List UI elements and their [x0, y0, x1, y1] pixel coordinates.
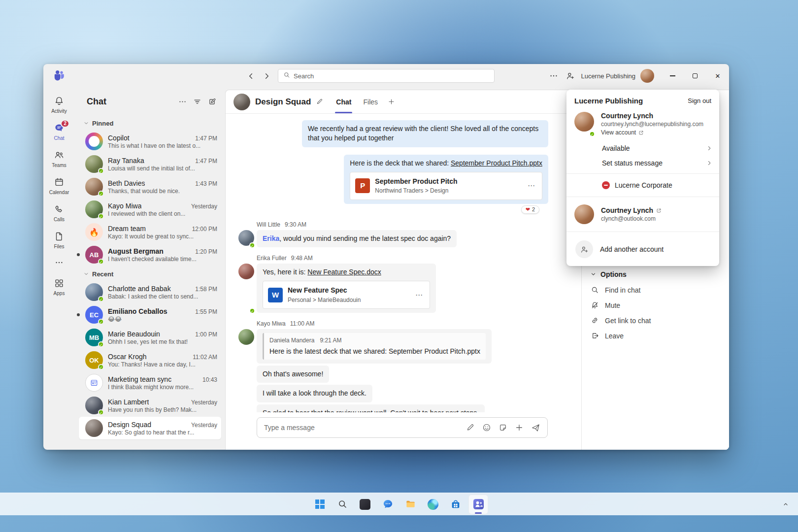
filter-button[interactable] [190, 94, 204, 109]
format-icon[interactable] [466, 423, 475, 432]
calendar-icon [54, 176, 65, 188]
message-composer[interactable] [257, 417, 548, 438]
message-text: Yes, here it is: New Feature Spec.docx [263, 267, 430, 277]
dark-app-button[interactable] [355, 495, 375, 514]
rail-item-calendar[interactable]: Calendar [43, 172, 75, 199]
status-message-item[interactable]: Set status message [566, 156, 719, 170]
search-input[interactable] [294, 72, 489, 80]
file-card[interactable]: PSeptember Product PitchNorthwind Trader… [350, 172, 542, 200]
file-link[interactable]: September Product Pitch.pptx [451, 159, 542, 167]
titlebar-more-button[interactable] [545, 68, 562, 84]
option-leave[interactable]: Leave [590, 328, 721, 343]
add-tab-button[interactable] [388, 98, 395, 105]
mention[interactable]: Erika [263, 234, 279, 242]
view-account-link[interactable]: View account [601, 129, 703, 136]
tray-chevron-button[interactable] [779, 498, 792, 511]
chat-list-item[interactable]: MB✓Marie Beaudouin1:00 PMOhhh I see, yes… [79, 326, 221, 349]
teams-app-button[interactable] [468, 495, 488, 514]
chat-name: August Bergman [108, 247, 164, 255]
close-button[interactable]: ✕ [706, 64, 729, 88]
link-icon [591, 316, 599, 325]
message-bubble: I will take a look through the deck. [257, 385, 372, 402]
reaction-pill[interactable]: ❤2 [521, 205, 539, 214]
back-button[interactable] [244, 69, 257, 83]
chat-list-item[interactable]: ✓Ray Tanaka1:47 PMLouisa will send the i… [79, 153, 221, 175]
secondary-account-item[interactable]: Courtney Lynch clynch@outlook.com [566, 200, 719, 229]
options-section-header[interactable]: Options [590, 267, 721, 282]
search-icon [283, 71, 290, 80]
list-more-button[interactable] [175, 94, 190, 109]
edge-button[interactable] [423, 495, 443, 514]
chat-list-item[interactable]: Marketing team sync10:43I think Babak mi… [79, 371, 221, 394]
file-more-button[interactable]: ⋯ [413, 290, 425, 300]
forward-button[interactable] [260, 69, 273, 83]
other-org-item[interactable]: Lucerne Corporate [566, 177, 719, 194]
tab-files[interactable]: Files [363, 90, 378, 113]
rail-label: Calls [54, 217, 65, 222]
start-button[interactable] [310, 495, 330, 514]
chat-section-header[interactable]: Recent [75, 266, 225, 281]
rail-item-chat[interactable]: 2 Chat [43, 118, 75, 145]
message-bubble: We recently had a great review with the … [302, 120, 548, 147]
avatar-wrap: AB✓ [85, 246, 103, 264]
tab-chat[interactable]: Chat [336, 90, 351, 113]
chat-section-header[interactable]: Pinned [75, 115, 225, 130]
file-explorer-button[interactable] [400, 495, 420, 514]
rail-item-more[interactable] [43, 253, 75, 273]
add-people-button[interactable] [562, 68, 579, 84]
rail-item-files[interactable]: Files [43, 226, 75, 253]
chat-list-item[interactable]: 🔥Dream team12:00 PMKayo: It would be gre… [79, 221, 221, 243]
rail-item-apps[interactable]: Apps [43, 273, 75, 300]
option-find-in-chat[interactable]: Find in chat [590, 282, 721, 298]
minimize-button[interactable] [661, 64, 684, 88]
presence-available-badge: ✓ [589, 131, 595, 137]
rail-item-calls[interactable]: Calls [43, 199, 75, 226]
rename-pencil-icon[interactable] [316, 98, 323, 105]
chat-list-item[interactable]: ✓Charlotte and Babak1:58 PMBabak: I aske… [79, 281, 221, 303]
option-mute[interactable]: Mute [590, 298, 721, 313]
emoji-icon[interactable] [482, 423, 491, 432]
message-input[interactable] [264, 424, 459, 432]
teams-logo-icon [53, 68, 66, 83]
apps-icon [54, 277, 65, 289]
message-text: Erika, would you mind sending me the lat… [263, 234, 451, 243]
chat-list-item[interactable]: AB✓August Bergman1:20 PMI haven't checke… [79, 243, 221, 266]
chat-list-item[interactable]: Design SquadYesterdayKayo: So glad to he… [79, 417, 221, 439]
presence-available-badge: ✓ [249, 308, 255, 314]
rail-item-activity[interactable]: Activity [43, 91, 75, 118]
titlebar: Lucerne Publishing ✕ [43, 64, 729, 88]
send-button[interactable] [531, 423, 540, 432]
file-card[interactable]: WNew Feature SpecPersonal > MarieBeaudou… [263, 281, 430, 309]
rail-item-teams[interactable]: Teams [43, 145, 75, 172]
chat-app-button[interactable] [378, 495, 398, 514]
chat-list-item[interactable]: ✓Kian LambertYesterdayHave you run this … [79, 394, 221, 417]
sticker-icon[interactable] [499, 423, 507, 432]
store-button[interactable] [446, 495, 466, 514]
chat-list-item[interactable]: EC✓Emiliano Ceballos1:55 PM😂😂 [79, 303, 221, 326]
taskbar-search-button[interactable] [332, 495, 352, 514]
flyout-org-name: Lucerne Publishing [574, 97, 643, 105]
message-time: 11:00 AM [290, 320, 315, 327]
file-more-button[interactable]: ⋯ [526, 181, 537, 191]
maximize-button[interactable] [684, 64, 706, 88]
attach-plus-icon[interactable] [515, 423, 524, 432]
search-box[interactable] [278, 69, 495, 83]
chat-list-item[interactable]: OK✓Oscar Krogh11:02 AMYou: Thanks! Have … [79, 349, 221, 371]
message-author-line: Erika Fuller9:48 AM [257, 255, 313, 262]
avatar-wrap [85, 133, 103, 150]
option-get-link[interactable]: Get link to chat [590, 313, 721, 328]
chat-name: Marie Beaudouin [108, 330, 160, 338]
new-chat-button[interactable] [204, 94, 219, 109]
add-account-item[interactable]: Add another account [566, 235, 719, 264]
presence-status-item[interactable]: Available [566, 141, 719, 156]
chat-list-item[interactable]: ✓Beth Davies1:43 PMThanks, that would be… [79, 175, 221, 198]
account-avatar[interactable] [640, 69, 654, 83]
sign-out-button[interactable]: Sign out [688, 97, 711, 104]
chevron-down-icon [84, 270, 89, 278]
options-label: Options [600, 270, 627, 278]
chat-list-item[interactable]: ✓Kayo MiwaYesterdayI reviewed with the c… [79, 198, 221, 221]
chat-name: Marketing team sync [108, 375, 171, 383]
chat-list-item[interactable]: Copilot1:47 PMThis is what I have on the… [79, 130, 221, 153]
file-link[interactable]: New Feature Spec.docx [307, 268, 381, 276]
rail-label: Files [54, 244, 64, 249]
